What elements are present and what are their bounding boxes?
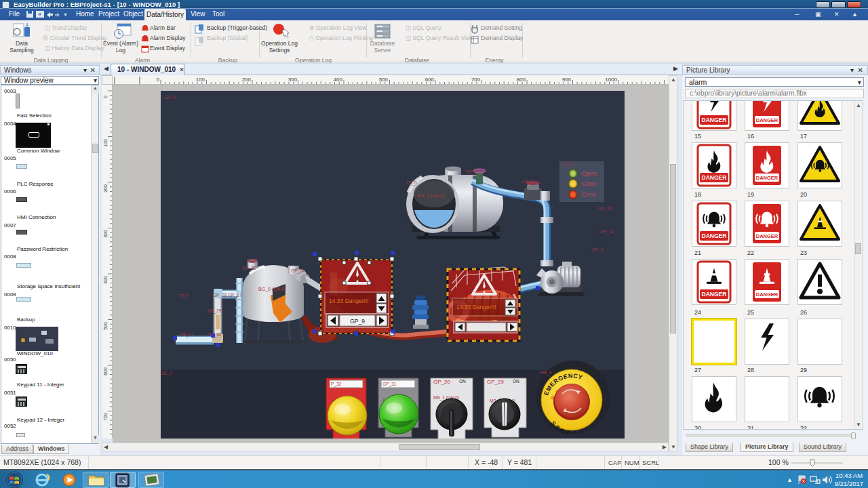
- svg-text:400: 400: [103, 276, 108, 284]
- svg-text:0: 0: [103, 96, 108, 98]
- svg-text:200: 200: [103, 184, 108, 192]
- svg-text:GP_15: GP_15: [600, 229, 614, 235]
- svg-text:GP_29: GP_29: [208, 308, 222, 314]
- svg-text:100: 100: [196, 77, 205, 83]
- svg-text:700: 700: [471, 77, 481, 83]
- svg-text:100: 100: [103, 139, 108, 147]
- svg-text:TE_0: TE_0: [466, 169, 477, 175]
- svg-text:Close: Close: [582, 180, 597, 187]
- svg-text:ON: ON: [513, 379, 519, 384]
- svg-text:TB_0: TB_0: [406, 180, 417, 186]
- svg-text:BG_0 (LW-0): BG_0 (LW-0): [258, 287, 286, 292]
- svg-text:DANGER: DANGER: [702, 232, 727, 239]
- svg-text:700: 700: [103, 413, 108, 421]
- svg-text:GP_9: GP_9: [350, 318, 365, 325]
- svg-text:GP_29: GP_29: [487, 379, 504, 385]
- svg-text:GP_7: GP_7: [522, 179, 534, 184]
- svg-text:800: 800: [517, 77, 526, 83]
- svg-text:600: 600: [103, 367, 108, 375]
- svg-text:NO_16: NO_16: [598, 206, 612, 211]
- svg-text:NO_1: NO_1: [562, 161, 574, 167]
- svg-text:500: 500: [103, 322, 108, 330]
- svg-text:DANGER: DANGER: [702, 291, 727, 298]
- svg-text:0: 0: [157, 77, 160, 83]
- svg-text:TE:2: TE:2: [179, 293, 189, 298]
- svg-text:600: 600: [425, 77, 435, 83]
- svg-text:GP_9: GP_9: [592, 247, 604, 253]
- svg-text:900: 900: [562, 77, 572, 83]
- svg-text:GP_24: GP_24: [291, 268, 305, 274]
- svg-text:400: 400: [334, 77, 343, 83]
- svg-text:GP_8: GP_8: [165, 95, 176, 100]
- svg-text:1000: 1000: [605, 77, 617, 83]
- svg-text:DANGER: DANGER: [702, 174, 727, 181]
- svg-text:DANGER: DANGER: [756, 117, 778, 123]
- svg-text:14:33 Danger!!!: 14:33 Danger!!!: [329, 298, 369, 304]
- svg-text:DANGER: DANGER: [702, 117, 727, 123]
- svg-text:Error: Error: [582, 191, 595, 198]
- svg-text:500: 500: [379, 77, 389, 83]
- svg-text:GP_31: GP_31: [382, 382, 397, 387]
- svg-text:14:33 Danger!!!: 14:33 Danger!!!: [456, 304, 496, 310]
- svg-text:P_32: P_32: [331, 382, 342, 387]
- svg-text:GP_20: GP_20: [433, 379, 450, 385]
- svg-text:200: 200: [242, 77, 252, 83]
- svg-text:300: 300: [103, 230, 108, 238]
- svg-text:Open: Open: [582, 170, 597, 177]
- svg-text:GP_01: GP_01: [180, 332, 194, 338]
- svg-text:HB_0: HB_0: [540, 370, 552, 375]
- svg-text:DANGER: DANGER: [756, 175, 778, 181]
- svg-text:ON: ON: [459, 379, 466, 384]
- svg-text:DANGER: DANGER: [756, 233, 778, 239]
- svg-text:300: 300: [288, 77, 298, 83]
- svg-text:GP_28 GP_27: GP_28 GP_27: [213, 293, 242, 298]
- svg-text:BG_1 (LW-0): BG_1 (LW-0): [417, 193, 445, 199]
- svg-text:GP_25: GP_25: [242, 266, 256, 271]
- svg-text:DANGER: DANGER: [756, 291, 778, 298]
- svg-text:SE_1: SE_1: [161, 371, 172, 376]
